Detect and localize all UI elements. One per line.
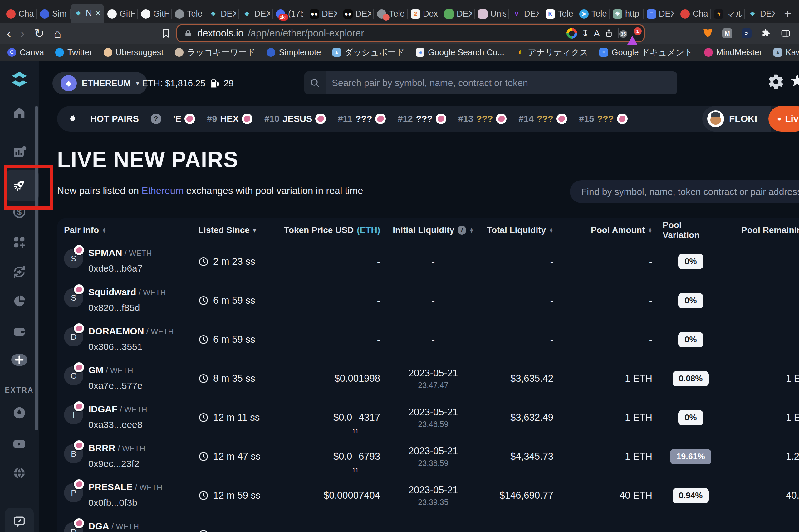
browser-tab[interactable]: GitH [104, 5, 138, 23]
ethereum-link[interactable]: Ethereum [142, 185, 183, 196]
sidebar-item-youtube[interactable] [11, 435, 28, 453]
pair-info[interactable]: SPMAN / WETH 0xde8...b6a7 [88, 248, 152, 274]
bookmark-icon[interactable] [161, 27, 171, 40]
browser-tab[interactable]: ❖ N ✕ [71, 4, 104, 23]
pair-info[interactable]: GM / WETH 0xa7e...577e [88, 365, 142, 391]
bookmark-item[interactable]: ıl アナリティクス [515, 47, 588, 58]
table-row[interactable]: B BRRR / WETH 0x9ec...23f2 12 m 47 ss [57, 437, 799, 476]
browser-tab[interactable]: V DEX [509, 5, 542, 23]
bookmark-item[interactable]: ▲ KawaBlog [774, 48, 799, 57]
hot-pair-item[interactable]: #13 ??? [458, 114, 507, 124]
settings-gear-icon[interactable] [767, 73, 785, 91]
browser-tab[interactable]: 2 Dext [407, 5, 441, 23]
favorites-star-icon[interactable]: ★ [789, 70, 799, 91]
column-pool-remaining[interactable]: Pool Remainin [741, 218, 799, 242]
table-row[interactable]: S Squidward / WETH 0x820...f85d 6 m 59 s… [57, 281, 799, 320]
browser-tab[interactable]: ✳ http [610, 5, 643, 23]
new-tab-button[interactable]: + [778, 5, 797, 23]
browser-tab[interactable]: ❖ DEX [205, 5, 239, 23]
sidebar-item-globe[interactable] [11, 464, 28, 482]
sidebar-panel-icon[interactable] [780, 28, 791, 38]
table-row[interactable]: P PRESALE / WETH 0x0fb...0f3b 12 m 59 ss [57, 476, 799, 515]
bookmark-item[interactable]: ≡ Google ドキュメント [599, 47, 693, 58]
pair-info[interactable]: DORAEMON / WETH 0x306...3551 [88, 326, 174, 352]
bookmark-item[interactable]: MindMeister [704, 48, 762, 57]
hot-pair-item[interactable]: #11 ??? [338, 114, 386, 124]
help-icon[interactable]: ? [151, 114, 161, 124]
sidebar-item-add[interactable] [11, 351, 28, 368]
find-field[interactable] [570, 180, 799, 203]
browser-tab[interactable]: GitH [138, 5, 172, 23]
live-button[interactable]: ● Live [768, 106, 799, 132]
tab-close-icon[interactable]: ✕ [95, 9, 101, 18]
table-row[interactable]: G GM / WETH 0xa7e...577e 8 m 35 ss $ [57, 359, 799, 398]
m-extension-icon[interactable]: M [722, 28, 732, 38]
column-total-liquidity[interactable]: Total Liquidity ▲▼ [469, 218, 553, 242]
browser-tab[interactable]: Tele [172, 5, 205, 23]
bookmark-item[interactable]: C Canva [7, 48, 44, 57]
terminal-extension-icon[interactable]: > [742, 28, 751, 38]
hot-pair-item[interactable]: 'E [173, 114, 195, 124]
column-listed-since[interactable]: Listed Since ▾ [198, 218, 256, 242]
bookmark-item[interactable]: ラッコキーワード [175, 47, 256, 58]
table-row[interactable]: D DORAEMON / WETH 0x306...3551 6 m 59 ss [57, 320, 799, 359]
search-input[interactable] [326, 78, 677, 88]
info-icon[interactable]: i [457, 226, 466, 234]
pair-info[interactable]: Squidward / WETH 0x820...f85d [88, 287, 166, 313]
bookmark-item[interactable]: Simplenote [267, 48, 321, 57]
browser-tab[interactable]: Unis [475, 5, 509, 23]
sidebar-item-chart[interactable] [11, 144, 28, 161]
sidebar-item-multiswap[interactable] [11, 263, 28, 281]
url-bar[interactable]: dextools.io /app/en/ether/pool-explorer … [176, 24, 644, 42]
sidebar-item-pie[interactable] [11, 292, 28, 310]
browser-tab[interactable]: ❖ DEX [745, 5, 778, 23]
back-icon[interactable]: ‹ [7, 27, 11, 40]
chain-selector[interactable]: ◆ ETHEREUM ▾ [52, 72, 147, 94]
browser-tab[interactable]: Simp [37, 5, 71, 23]
reload-icon[interactable]: ↻ [34, 27, 44, 40]
browser-tab[interactable]: ❖ DEX [239, 5, 273, 23]
table-row[interactable]: I IDGAF / WETH 0xa33...eee8 12 m 11 ss [57, 398, 799, 437]
bookmark-item[interactable]: ⊞ Google Search Co... [416, 48, 504, 57]
hot-pair-item[interactable]: #10 JESUS [265, 114, 326, 124]
browser-tab[interactable]: Chat [677, 5, 711, 23]
download-icon[interactable]: ↧ [581, 28, 589, 39]
column-pair-info[interactable]: Pair info ▲▼ [64, 218, 106, 242]
column-pool-variation[interactable]: Pool Variation [662, 218, 719, 242]
sidebar-item-home[interactable] [11, 104, 28, 121]
top-search[interactable] [304, 71, 677, 94]
browser-tab[interactable]: ➤ Tele [576, 5, 610, 23]
browser-tab[interactable]: Tele [374, 5, 407, 23]
browser-tab[interactable]: DEX [441, 5, 475, 23]
find-input[interactable] [570, 180, 799, 203]
browser-tab[interactable]: 1k+ (175 [273, 5, 307, 23]
table-row[interactable]: S SPMAN / WETH 0xde8...b6a7 2 m 23 ss [57, 242, 799, 281]
pair-info[interactable]: BRRR / WETH 0x9ec...23f2 [88, 443, 145, 469]
google-icon[interactable] [566, 28, 577, 39]
bookmark-item[interactable]: Twitter [55, 48, 92, 57]
table-row[interactable]: D DGA / WETH [57, 515, 799, 532]
brave-rewards-icon[interactable]: 1 [627, 31, 637, 36]
sidebar-item-pairs-grid[interactable] [11, 233, 28, 251]
hot-pair-item[interactable]: #15 ??? [579, 114, 628, 124]
hot-pair-item[interactable]: #12 ??? [398, 114, 446, 124]
browser-tab[interactable]: ●● DEX [340, 5, 374, 23]
pair-info[interactable]: DGA / WETH [88, 521, 139, 532]
home-icon[interactable]: ⌂ [54, 27, 61, 40]
column-pool-amount[interactable]: Pool Amount ▲▼ [585, 218, 652, 242]
sidebar-item-hot[interactable] [11, 404, 28, 422]
browser-tab[interactable]: Chat [3, 5, 37, 23]
hot-pair-floki[interactable]: FLOKI [702, 106, 771, 132]
pair-info[interactable]: IDGAF / WETH 0xa33...eee8 [88, 404, 147, 430]
browser-tab[interactable]: K Tele [542, 5, 576, 23]
sidebar-scrollbar[interactable] [35, 106, 38, 430]
sidebar-item-feedback[interactable] [11, 513, 28, 530]
extensions-puzzle-icon[interactable] [761, 28, 771, 38]
translate-icon[interactable]: A [594, 28, 600, 39]
pair-info[interactable]: PRESALE / WETH 0x0fb...0f3b [88, 482, 162, 508]
browser-tab[interactable]: ϟ マル [711, 5, 745, 23]
column-initial-liquidity[interactable]: Initial Liquidity i ▲▼ [388, 218, 478, 242]
dextools-logo[interactable] [8, 68, 31, 91]
bookmark-item[interactable]: Ubersuggest [104, 48, 164, 57]
column-token-price[interactable]: Token Price USD (ETH) [257, 218, 380, 242]
